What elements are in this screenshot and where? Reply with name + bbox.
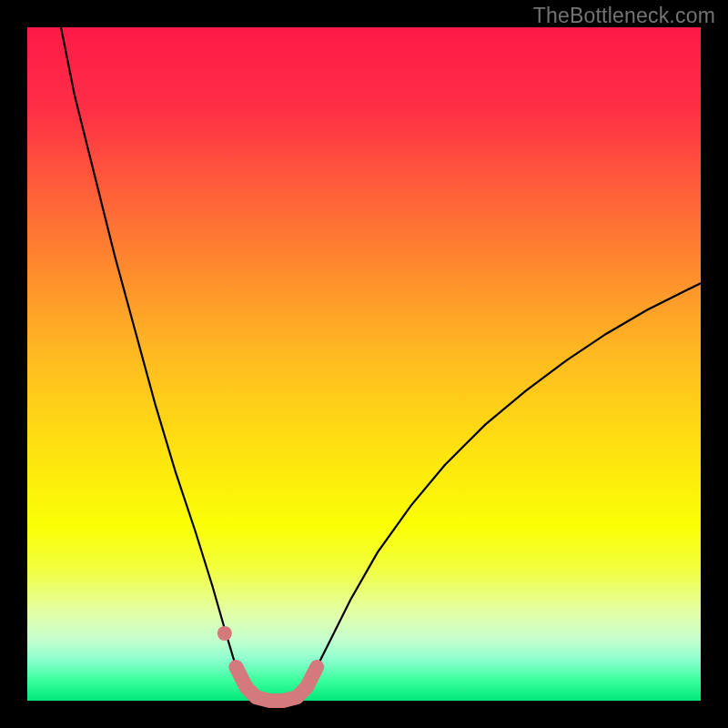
highlight-band [236,667,317,701]
highlight-dot [217,626,232,641]
plot-area [27,27,701,701]
chart-svg [27,27,701,701]
bottleneck-curve [61,27,701,701]
outer-frame: TheBottleneck.com [0,0,728,728]
watermark-text: TheBottleneck.com [533,4,715,28]
